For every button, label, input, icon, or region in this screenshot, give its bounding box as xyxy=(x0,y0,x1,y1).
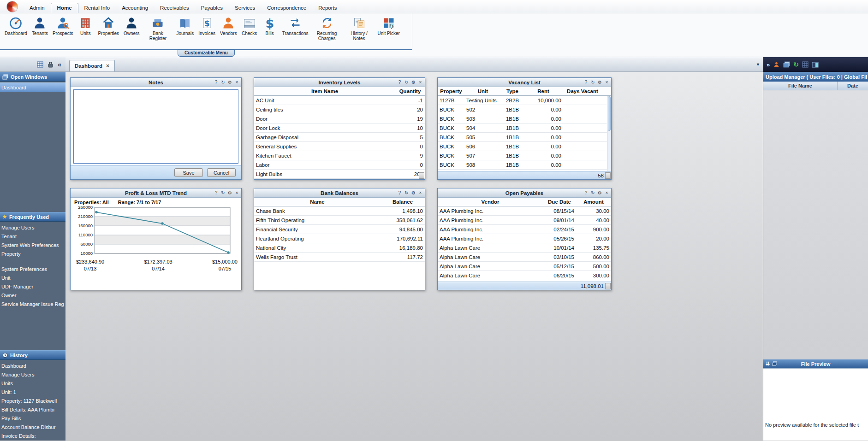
toolbar-history-notes-button[interactable]: History / Notes xyxy=(344,15,375,41)
scrollbar-thumb[interactable] xyxy=(608,96,611,131)
date-column-header[interactable]: Date xyxy=(838,82,868,90)
toolbar-owners-button[interactable]: Owners xyxy=(122,15,141,36)
split-layout-icon[interactable] xyxy=(812,62,819,68)
help-icon[interactable]: ? xyxy=(583,191,589,195)
history-item[interactable]: Dashboard xyxy=(0,362,65,370)
toolbar-unit-picker-button[interactable]: Unit Picker xyxy=(376,15,402,36)
refresh-icon[interactable]: ↻ xyxy=(220,191,226,195)
upload-manager-file-list[interactable] xyxy=(763,90,868,359)
inventory-row[interactable]: General Supplies0 xyxy=(254,142,425,151)
notes-textarea[interactable] xyxy=(73,89,238,164)
toolbar-prospects-button[interactable]: Prospects xyxy=(51,15,75,36)
payable-row[interactable]: AAA Plumbing Inc.02/24/15900.00 xyxy=(438,225,611,234)
inventory-row[interactable]: Door19 xyxy=(254,114,425,123)
frequently-used-item[interactable]: Service Manager Issue Reg xyxy=(0,300,65,309)
inventory-row[interactable]: Light Bulbs200 xyxy=(254,170,425,179)
frequently-used-item[interactable]: System Preferences xyxy=(0,265,65,274)
open-window-item[interactable]: Dashboard xyxy=(0,82,65,92)
refresh-icon[interactable]: ↻ xyxy=(404,80,409,85)
bank-account-row[interactable]: National City16,189.80 xyxy=(254,243,425,253)
history-item[interactable]: Manage Users xyxy=(0,370,65,379)
vacancy-row[interactable]: BUCK5041B1B0.00 xyxy=(438,123,611,133)
menu-item-accounting[interactable]: Accounting xyxy=(116,3,154,13)
close-icon[interactable]: × xyxy=(234,80,239,85)
payable-row[interactable]: Alpha Lawn Care10/01/14135.75 xyxy=(438,243,611,253)
bank-account-row[interactable]: Wells Fargo Trust117.72 xyxy=(254,253,425,262)
frequently-used-item[interactable]: Unit xyxy=(0,274,65,282)
save-button[interactable]: Save xyxy=(174,168,203,177)
toolbar-recurring-charges-button[interactable]: Recurring Charges xyxy=(311,15,343,41)
user-icon[interactable] xyxy=(773,61,780,68)
help-icon[interactable]: ? xyxy=(397,191,402,195)
refresh-icon[interactable]: ↻ xyxy=(590,191,595,195)
vacancy-row[interactable]: BUCK5081B1B0.00 xyxy=(438,160,611,170)
grid-view-icon[interactable] xyxy=(37,61,43,68)
frequently-used-header[interactable]: ★ Frequently Used xyxy=(0,212,65,222)
history-header[interactable]: History xyxy=(0,350,65,360)
inventory-row[interactable]: Labor0 xyxy=(254,160,425,170)
history-item[interactable]: Account Balance Disbur xyxy=(0,423,65,432)
vacancy-row[interactable]: BUCK5061B1B0.00 xyxy=(438,142,611,151)
menu-item-receivables[interactable]: Receivables xyxy=(154,3,195,13)
frequently-used-item[interactable]: System Web Preferences xyxy=(0,241,65,250)
settings-icon[interactable]: ⚙ xyxy=(227,80,232,85)
help-icon[interactable]: ? xyxy=(397,80,402,85)
vacancy-row[interactable]: BUCK5051B1B0.00 xyxy=(438,133,611,142)
menu-item-reports[interactable]: Reports xyxy=(312,3,343,13)
popout-icon[interactable] xyxy=(772,361,777,367)
close-icon[interactable]: × xyxy=(604,191,609,195)
menu-item-rental-info[interactable]: Rental Info xyxy=(78,3,116,13)
toolbar-invoices-button[interactable]: $Invoices xyxy=(196,15,217,36)
history-item[interactable]: Units xyxy=(0,379,65,388)
frequently-used-item[interactable]: Tenant xyxy=(0,232,65,241)
collapse-preview-icon[interactable]: ⇊ xyxy=(766,361,770,367)
frequently-used-item[interactable]: Property xyxy=(0,250,65,259)
bank-account-row[interactable]: Fifth Third Operating358,061.62 xyxy=(254,216,425,225)
file-name-column-header[interactable]: File Name xyxy=(763,82,838,90)
tab-list-dropdown-icon[interactable]: ▼ xyxy=(753,61,763,68)
cancel-button[interactable]: Cancel xyxy=(207,168,236,177)
refresh-icon[interactable]: ↻ xyxy=(404,191,409,195)
history-item[interactable]: Property: 1127 Blackwell xyxy=(0,397,65,406)
settings-icon[interactable]: ⚙ xyxy=(597,80,602,85)
settings-icon[interactable]: ⚙ xyxy=(411,191,416,195)
toolbar-transactions-button[interactable]: Transactions xyxy=(280,15,310,36)
menu-item-correspondence[interactable]: Correspondence xyxy=(261,3,312,13)
bank-account-row[interactable]: Heartland Operating170,692.11 xyxy=(254,234,425,243)
vacancy-row[interactable]: BUCK5031B1B0.00 xyxy=(438,114,611,123)
open-windows-header[interactable]: Open Windows xyxy=(0,72,65,82)
toolbar-vendors-button[interactable]: Vendors xyxy=(218,15,239,36)
history-item[interactable]: Bill Details: AAA Plumbi xyxy=(0,406,65,414)
menu-item-payables[interactable]: Payables xyxy=(195,3,229,13)
inventory-row[interactable]: Ceiling tiles20 xyxy=(254,105,425,114)
inventory-row[interactable]: AC Unit-1 xyxy=(254,96,425,105)
tab-dashboard[interactable]: Dashboard × xyxy=(69,60,115,71)
toolbar-units-button[interactable]: Units xyxy=(76,15,95,36)
help-icon[interactable]: ? xyxy=(583,80,589,85)
tab-close-icon[interactable]: × xyxy=(106,63,109,69)
refresh-icon[interactable]: ↻ xyxy=(793,61,799,68)
payable-row[interactable]: AAA Plumbing Inc.05/26/1520.00 xyxy=(438,234,611,243)
vacancy-row[interactable]: BUCK5071B1B0.00 xyxy=(438,151,611,160)
toolbar-dashboard-button[interactable]: Dashboard xyxy=(3,15,29,36)
payable-row[interactable]: AAA Plumbing Inc.09/01/1440.00 xyxy=(438,216,611,225)
history-item[interactable]: Pay Bills xyxy=(0,414,65,423)
toolbar-tenants-button[interactable]: Tenants xyxy=(30,15,50,36)
inventory-row[interactable]: Door Lock10 xyxy=(254,123,425,133)
expand-panel-icon[interactable]: » xyxy=(767,61,770,68)
toolbar-bills-button[interactable]: $Bills xyxy=(260,15,279,36)
history-item[interactable]: Unit: 1 xyxy=(0,388,65,397)
close-icon[interactable]: × xyxy=(418,191,423,195)
refresh-icon[interactable]: ↻ xyxy=(590,80,595,85)
payable-row[interactable]: Alpha Lawn Care06/20/15300.00 xyxy=(438,271,611,280)
payable-row[interactable]: Alpha Lawn Care03/10/15860.00 xyxy=(438,253,611,262)
settings-icon[interactable]: ⚙ xyxy=(597,191,602,195)
inventory-row[interactable]: Kitchen Faucet9 xyxy=(254,151,425,160)
toolbar-checks-button[interactable]: Checks xyxy=(240,15,259,36)
inventory-row[interactable]: Garbage Disposal5 xyxy=(254,133,425,142)
toolbar-properties-button[interactable]: Properties xyxy=(96,15,121,36)
menu-item-home[interactable]: Home xyxy=(51,3,78,13)
grid-icon[interactable] xyxy=(802,61,809,68)
toolbar-bank-register-button[interactable]: Bank Register xyxy=(142,15,173,41)
vacancy-row[interactable]: 1127BTesting Units2B2B10,000.00 xyxy=(438,96,611,105)
